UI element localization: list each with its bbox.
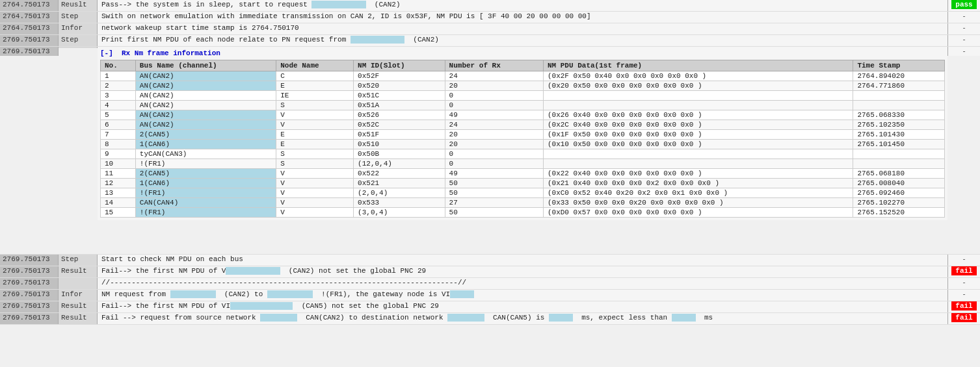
log-row: 2764.750173 Reuslt Pass--> the system is… [0, 0, 980, 12]
status-dash: - [962, 255, 966, 263]
log-container: 2764.750173 Reuslt Pass--> the system is… [0, 0, 980, 325]
nm-cell: 0 [445, 91, 543, 101]
nm-cell: (0xC0 0x52 0x40 0x20 0x2 0x0 0x1 0x0 0x0… [543, 188, 853, 198]
nm-table-row: 72(CAN5)E0x51F20(0x1F 0x50 0x0 0x0 0x0 0… [101, 130, 945, 140]
log-row: 2764.750173 Step Swith on network emulat… [0, 12, 980, 23]
nm-cell [543, 149, 853, 159]
timestamp: 2764.750173 [0, 23, 59, 34]
nm-cell: 6 [101, 120, 136, 130]
nm-cell: (0x33 0x50 0x0 0x0 0x20 0x0 0x0 0x0 0x0 … [543, 198, 853, 208]
status-cell: - [947, 47, 980, 56]
nm-cell: 2765.152520 [853, 208, 945, 218]
timestamp: 2769.750173 [0, 35, 59, 46]
nm-cell: E [276, 140, 354, 149]
nm-cell: 2765.092460 [853, 188, 945, 198]
status-cell: - [947, 290, 980, 301]
nm-table-row: 10!(FR1)S(12,0,4)0 [101, 159, 945, 169]
row-content: Fail--> the first NM PDU of V (CAN2) not… [98, 266, 947, 277]
collapse-icon[interactable]: [-] [100, 49, 113, 57]
nm-cell [853, 101, 945, 110]
nm-cell: 2765.068180 [853, 169, 945, 179]
row-type: Result [59, 266, 98, 277]
nm-cell [853, 149, 945, 159]
row-type: Step [59, 255, 98, 266]
col-numrx: Number of Rx [445, 60, 543, 71]
row-type: Reuslt [59, 0, 98, 11]
masked-value [672, 314, 696, 322]
log-row: 2769.750173 Step Start to check NM PDU o… [0, 255, 980, 266]
status-dash: - [962, 24, 966, 32]
nm-cell [543, 91, 853, 101]
masked-value [450, 290, 474, 298]
nm-cell: 2765.101430 [853, 130, 945, 140]
timestamp: 2769.750173 [0, 290, 59, 301]
timestamp: 2769.750173 [0, 313, 59, 324]
nm-cell: 2764.771860 [853, 81, 945, 91]
nm-cell: 20 [445, 81, 543, 91]
nm-cell: 2765.102350 [853, 120, 945, 130]
nm-cell: AN(CAN2) [135, 120, 276, 130]
masked-value [226, 267, 280, 275]
nm-cell: 0x533 [354, 198, 445, 208]
masked-value [351, 36, 404, 44]
nm-cell: 10 [101, 159, 136, 169]
timestamp: 2764.750173 [0, 12, 59, 23]
col-pdu: NM PDU Data(1st frame) [543, 60, 853, 71]
status-dash: - [962, 279, 966, 286]
row-type: Step [59, 12, 98, 23]
nm-cell: 14 [101, 198, 136, 208]
nm-cell: E [276, 130, 354, 140]
masked-value [260, 314, 297, 322]
status-fail-badge: fail [951, 266, 976, 275]
timestamp: 2769.750173 [0, 301, 59, 312]
nm-table-row: 5AN(CAN2)V0x52649(0x26 0x40 0x0 0x0 0x0 … [101, 110, 945, 120]
row-content: Start to check NM PDU on each bus [98, 255, 947, 266]
nm-cell: S [276, 101, 354, 110]
nm-section-row: 2769.750173 [-] Rx Nm frame information … [0, 47, 980, 255]
nm-cell: 1(CAN6) [135, 140, 276, 149]
row-content: Swith on network emulation with immediat… [98, 12, 947, 23]
nm-cell: V [276, 198, 354, 208]
nm-section-title[interactable]: [-] Rx Nm frame information [98, 48, 947, 58]
status-cell: - [947, 12, 980, 23]
nm-cell: AN(CAN2) [135, 91, 276, 101]
status-cell: - [947, 23, 980, 34]
masked-value [549, 314, 573, 322]
nm-cell: AN(CAN2) [135, 110, 276, 120]
status-fail-badge: fail [951, 313, 976, 322]
nm-cell: V [276, 208, 354, 218]
log-row: 2769.750173 Result Fail--> the first NM … [0, 266, 980, 278]
nm-cell: 0 [445, 149, 543, 159]
nm-cell: 49 [445, 110, 543, 120]
timestamp: 2769.750173 [0, 278, 59, 289]
timestamp: 2769.750173 [0, 47, 59, 56]
nm-cell: 3 [101, 91, 136, 101]
nm-cell: (2,0,4) [354, 188, 445, 198]
nm-cell: CAN(CAN4) [135, 198, 276, 208]
nm-cell: !(FR1) [135, 208, 276, 218]
nm-cell: 50 [445, 208, 543, 218]
col-bus: Bus Name (channel) [135, 60, 276, 71]
nm-cell: (0xD0 0x57 0x0 0x0 0x0 0x0 0x0 0x0 ) [543, 208, 853, 218]
nm-section-content: [-] Rx Nm frame information No. Bus Name… [98, 47, 947, 220]
nm-cell: 1(CAN6) [135, 179, 276, 188]
nm-cell: 0x52F [354, 71, 445, 81]
row-type [59, 278, 98, 289]
nm-cell: (0x10 0x50 0x0 0x0 0x0 0x0 0x0 0x0 ) [543, 140, 853, 149]
nm-cell: (0x26 0x40 0x0 0x0 0x0 0x0 0x0 0x0 ) [543, 110, 853, 120]
timestamp: 2769.750173 [0, 266, 59, 277]
nm-table-row: 1AN(CAN2)C0x52F24(0x2F 0x50 0x40 0x0 0x0… [101, 71, 945, 81]
nm-cell: 2765.102270 [853, 198, 945, 208]
nm-cell: 2(CAN5) [135, 169, 276, 179]
nm-table-row: 3AN(CAN2)IE0x51C0 [101, 91, 945, 101]
row-content: Pass--> the system is in sleep, start to… [98, 0, 947, 11]
nm-cell: 2765.101450 [853, 140, 945, 149]
nm-cell: AN(CAN2) [135, 71, 276, 81]
nm-cell: 7 [101, 130, 136, 140]
status-cell: fail [947, 313, 980, 324]
nm-cell: 50 [445, 179, 543, 188]
nm-cell: 0 [445, 101, 543, 110]
log-row: 2769.750173 Step Print first NM PDU of e… [0, 35, 980, 47]
nm-table-row: 2AN(CAN2)E0x52020(0x20 0x50 0x0 0x0 0x0 … [101, 81, 945, 91]
status-dash: - [962, 12, 966, 20]
